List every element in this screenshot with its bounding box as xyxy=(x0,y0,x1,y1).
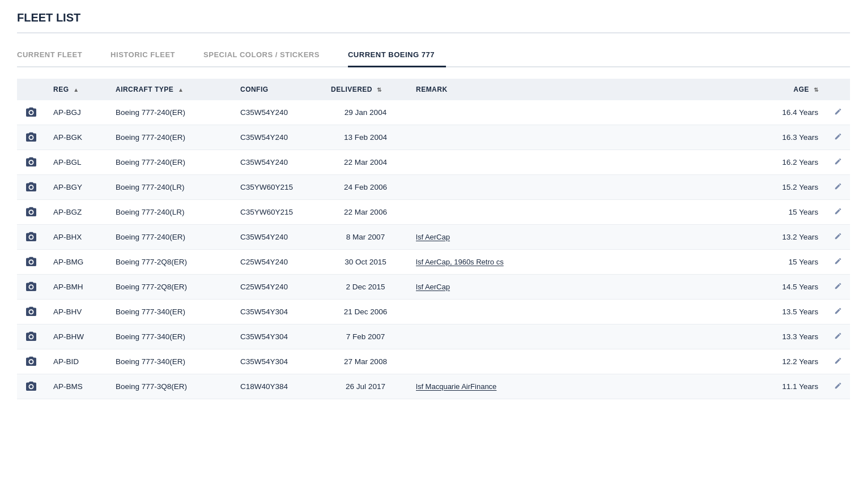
edit-cell[interactable] xyxy=(826,275,850,300)
edit-cell[interactable] xyxy=(826,225,850,250)
camera-cell[interactable] xyxy=(17,200,45,225)
edit-cell[interactable] xyxy=(826,374,850,399)
camera-icon xyxy=(25,231,37,241)
camera-cell[interactable] xyxy=(17,275,45,300)
edit-icon[interactable] xyxy=(834,207,842,217)
delivered-cell: 8 Mar 2007 xyxy=(323,225,408,250)
edit-icon[interactable] xyxy=(834,257,842,267)
delivered-cell: 21 Dec 2006 xyxy=(323,300,408,324)
camera-cell[interactable] xyxy=(17,349,45,374)
sort-icon-type: ▲ xyxy=(178,87,184,93)
age-cell: 13.2 Years xyxy=(758,225,826,250)
edit-icon[interactable] xyxy=(834,232,842,242)
camera-cell[interactable] xyxy=(17,300,45,324)
col-header-reg: REG ▲ xyxy=(45,79,108,100)
config-cell: C35W54Y240 xyxy=(232,150,323,175)
edit-cell[interactable] xyxy=(826,100,850,125)
edit-cell[interactable] xyxy=(826,175,850,200)
reg-cell: AP-BMS xyxy=(45,374,108,399)
edit-cell[interactable] xyxy=(826,200,850,225)
reg-cell: AP-BHX xyxy=(45,225,108,250)
type-cell: Boeing 777-340(ER) xyxy=(108,324,232,349)
camera-cell[interactable] xyxy=(17,374,45,399)
table-row: AP-BGZ Boeing 777-240(LR) C35YW60Y215 22… xyxy=(17,200,850,225)
header-row: REG ▲ AIRCRAFT TYPE ▲ CONFIG DELIVERED ⇅… xyxy=(17,79,850,100)
camera-icon xyxy=(25,156,37,166)
camera-cell[interactable] xyxy=(17,150,45,175)
table-row: AP-BMH Boeing 777-2Q8(ER) C25W54Y240 2 D… xyxy=(17,275,850,300)
type-cell: Boeing 777-240(ER) xyxy=(108,100,232,125)
remark-cell: lsf Macquarie AirFinance xyxy=(408,374,758,399)
camera-cell[interactable] xyxy=(17,324,45,349)
age-cell: 15 Years xyxy=(758,200,826,225)
age-cell: 13.5 Years xyxy=(758,300,826,324)
edit-icon[interactable] xyxy=(834,357,842,366)
table-wrapper: REG ▲ AIRCRAFT TYPE ▲ CONFIG DELIVERED ⇅… xyxy=(17,79,850,399)
reg-cell: AP-BGJ xyxy=(45,100,108,125)
table-row: AP-BGL Boeing 777-240(ER) C35W54Y240 22 … xyxy=(17,150,850,175)
edit-cell[interactable] xyxy=(826,150,850,175)
type-cell: Boeing 777-240(LR) xyxy=(108,175,232,200)
col-header-delivered: DELIVERED ⇅ xyxy=(323,79,408,100)
reg-cell: AP-BHV xyxy=(45,300,108,324)
type-cell: Boeing 777-2Q8(ER) xyxy=(108,275,232,300)
age-cell: 12.2 Years xyxy=(758,349,826,374)
edit-icon[interactable] xyxy=(834,307,842,317)
tab-current-fleet[interactable]: CURRENT FLEET xyxy=(17,45,94,67)
edit-icon[interactable] xyxy=(834,382,842,391)
edit-cell[interactable] xyxy=(826,300,850,324)
camera-icon xyxy=(25,356,37,366)
edit-icon[interactable] xyxy=(834,133,842,142)
config-cell: C35YW60Y215 xyxy=(232,200,323,225)
page-title: FLEET LIST xyxy=(17,11,850,33)
delivered-cell: 7 Feb 2007 xyxy=(323,324,408,349)
table-row: AP-BHX Boeing 777-240(ER) C35W54Y240 8 M… xyxy=(17,225,850,250)
remark-cell xyxy=(408,349,758,374)
edit-icon[interactable] xyxy=(834,182,842,192)
camera-cell[interactable] xyxy=(17,250,45,275)
delivered-cell: 30 Oct 2015 xyxy=(323,250,408,275)
table-row: AP-BID Boeing 777-340(ER) C35W54Y304 27 … xyxy=(17,349,850,374)
delivered-cell: 27 Mar 2008 xyxy=(323,349,408,374)
edit-cell[interactable] xyxy=(826,349,850,374)
reg-cell: AP-BMH xyxy=(45,275,108,300)
sort-icon-delivered: ⇅ xyxy=(377,87,381,93)
camera-cell[interactable] xyxy=(17,225,45,250)
edit-cell[interactable] xyxy=(826,125,850,150)
col-header-config: CONFIG xyxy=(232,79,323,100)
remark-cell xyxy=(408,150,758,175)
tab-special-colors[interactable]: SPECIAL COLORS / STICKERS xyxy=(203,45,331,67)
delivered-cell: 2 Dec 2015 xyxy=(323,275,408,300)
edit-cell[interactable] xyxy=(826,324,850,349)
edit-icon[interactable] xyxy=(834,332,842,341)
table-row: AP-BGJ Boeing 777-240(ER) C35W54Y240 29 … xyxy=(17,100,850,125)
edit-icon[interactable] xyxy=(834,157,842,167)
col-header-type: AIRCRAFT TYPE ▲ xyxy=(108,79,232,100)
type-cell: Boeing 777-3Q8(ER) xyxy=(108,374,232,399)
tab-current-boeing[interactable]: CURRENT BOEING 777 xyxy=(348,45,446,67)
reg-cell: AP-BGZ xyxy=(45,200,108,225)
edit-icon[interactable] xyxy=(834,282,842,292)
delivered-cell: 22 Mar 2004 xyxy=(323,150,408,175)
remark-cell: lsf AerCap, 1960s Retro cs xyxy=(408,250,758,275)
camera-cell[interactable] xyxy=(17,100,45,125)
camera-cell[interactable] xyxy=(17,125,45,150)
table-row: AP-BGY Boeing 777-240(LR) C35YW60Y215 24… xyxy=(17,175,850,200)
table-row: AP-BGK Boeing 777-240(ER) C35W54Y240 13 … xyxy=(17,125,850,150)
camera-icon xyxy=(25,106,37,117)
remark-text: lsf AerCap xyxy=(416,283,450,291)
remark-cell xyxy=(408,300,758,324)
table-row: AP-BMG Boeing 777-2Q8(ER) C25W54Y240 30 … xyxy=(17,250,850,275)
camera-cell[interactable] xyxy=(17,175,45,200)
type-cell: Boeing 777-240(ER) xyxy=(108,225,232,250)
edit-icon[interactable] xyxy=(834,108,842,117)
table-header: REG ▲ AIRCRAFT TYPE ▲ CONFIG DELIVERED ⇅… xyxy=(17,79,850,100)
config-cell: C25W54Y240 xyxy=(232,275,323,300)
remark-cell xyxy=(408,125,758,150)
camera-icon xyxy=(25,131,37,142)
tab-historic-fleet[interactable]: HISTORIC FLEET xyxy=(110,45,186,67)
edit-cell[interactable] xyxy=(826,250,850,275)
table-row: AP-BMS Boeing 777-3Q8(ER) C18W40Y384 26 … xyxy=(17,374,850,399)
remark-cell xyxy=(408,200,758,225)
reg-cell: AP-BGY xyxy=(45,175,108,200)
